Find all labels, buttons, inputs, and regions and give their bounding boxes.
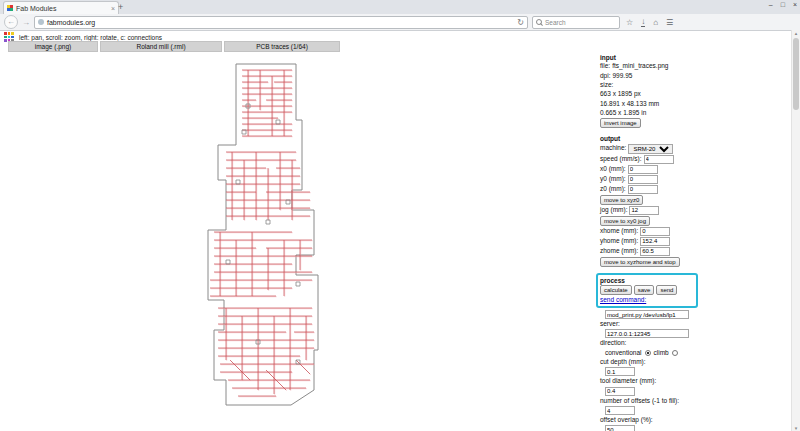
output-section-title: output: [600, 135, 712, 143]
file-value: fts_mini_traces.png: [612, 62, 668, 70]
tool-diameter-label: tool diameter (mm):: [600, 377, 656, 385]
scroll-up-arrow[interactable]: ▴: [792, 30, 800, 36]
close-button[interactable]: ×: [793, 1, 797, 8]
browser-nav-bar: ← → fabmodules.org ↻ Search ☆ ↓ ⌂ ☰: [0, 14, 800, 31]
send-button[interactable]: send: [656, 285, 677, 295]
pcb-canvas[interactable]: [196, 60, 346, 410]
tool-diameter-input[interactable]: [605, 387, 635, 396]
offset-overlap-label: offset overlap (%):: [600, 416, 653, 424]
offsets-label: number of offsets (-1 to fill):: [600, 397, 679, 405]
search-icon: [536, 19, 542, 25]
scroll-down-arrow[interactable]: ▾: [792, 425, 800, 431]
machine-select[interactable]: SRM-20: [628, 144, 673, 154]
pcb-traces-image: [196, 60, 346, 410]
process-type-menu[interactable]: PCB traces (1/64): [224, 41, 340, 52]
move-to-xyz0-button[interactable]: move to xyz0: [600, 195, 643, 205]
tab-close-icon[interactable]: ×: [111, 5, 115, 12]
site-favicon: [7, 5, 13, 11]
y0-input[interactable]: [628, 175, 658, 184]
browser-tab[interactable]: Fab Modules ×: [3, 1, 119, 14]
x0-label: x0 (mm):: [600, 165, 626, 173]
browser-tab-bar: Fab Modules × + – □ ×: [0, 0, 800, 15]
minimize-button[interactable]: –: [769, 1, 773, 8]
machine-label: machine:: [600, 144, 626, 152]
x0-input[interactable]: [628, 165, 658, 174]
speed-label: speed (mm/s):: [600, 155, 642, 163]
cut-depth-label: cut depth (mm):: [600, 358, 646, 366]
download-icon[interactable]: ↓: [641, 18, 645, 27]
new-tab-button[interactable]: +: [118, 2, 123, 12]
input-section-title: input: [600, 54, 712, 62]
page-scrollbar[interactable]: ▴ ▾: [791, 30, 800, 431]
file-label: file:: [600, 62, 610, 70]
size-in-value: 0.665 x 1.895 in: [600, 109, 646, 117]
size-mm-value: 16.891 x 48.133 mm: [600, 100, 659, 108]
zhome-input[interactable]: [640, 247, 670, 256]
input-format-menu[interactable]: image (.png): [8, 41, 98, 52]
scrollbar-thumb[interactable]: [793, 38, 799, 110]
bookmark-star-icon[interactable]: ☆: [626, 18, 633, 27]
dpi-value: 999.95: [612, 72, 632, 80]
jog-input[interactable]: [629, 206, 659, 215]
server-label: server:: [600, 320, 620, 328]
tab-title: Fab Modules: [16, 5, 108, 12]
xhome-label: xhome (mm):: [600, 227, 638, 235]
direction-climb-label: climb: [654, 349, 669, 357]
process-annotation-box: process calculate save send send command…: [596, 273, 698, 309]
board-outline: [208, 64, 318, 405]
offsets-input[interactable]: [605, 406, 635, 415]
z0-input[interactable]: [628, 185, 658, 194]
send-command-input[interactable]: [605, 310, 689, 319]
offset-overlap-input[interactable]: [605, 425, 635, 431]
dpi-label: dpi:: [600, 72, 610, 80]
process-section: process calculate save send send command…: [600, 273, 712, 431]
maximize-button[interactable]: □: [781, 1, 785, 8]
process-section-title: process: [600, 277, 694, 285]
yhome-input[interactable]: [640, 237, 670, 246]
direction-conventional-label: conventional: [605, 349, 642, 357]
z0-label: z0 (mm):: [600, 185, 626, 193]
speed-input[interactable]: [644, 155, 674, 164]
y0-label: y0 (mm):: [600, 175, 626, 183]
save-button[interactable]: save: [634, 285, 655, 295]
cut-depth-input[interactable]: [605, 367, 635, 376]
window-controls: – □ ×: [769, 1, 797, 8]
yhome-label: yhome (mm):: [600, 237, 638, 245]
send-command-link[interactable]: send command:: [600, 296, 646, 304]
server-input[interactable]: [605, 329, 689, 338]
reload-icon[interactable]: ↻: [517, 18, 524, 27]
back-button[interactable]: ←: [4, 15, 18, 29]
page-icon: [38, 19, 44, 25]
direction-label: direction:: [600, 339, 626, 347]
search-bar[interactable]: Search: [532, 16, 620, 29]
output-format-menu[interactable]: Roland mill (.rml): [100, 41, 222, 52]
move-to-xy0-jog-button[interactable]: move to xy0 jog: [600, 216, 650, 226]
zhome-label: zhome (mm):: [600, 247, 638, 255]
url-bar[interactable]: fabmodules.org ↻: [34, 16, 528, 29]
calculate-button[interactable]: calculate: [600, 285, 632, 295]
canvas-hint-text: left: pan, scroll: zoom, right: rotate, …: [19, 34, 162, 41]
size-px-value: 663 x 1895 px: [600, 90, 641, 98]
search-placeholder[interactable]: Search: [545, 19, 566, 26]
jog-label: jog (mm):: [600, 206, 627, 214]
output-section: output machine: SRM-20 speed (mm/s): x0 …: [600, 135, 712, 266]
url-text[interactable]: fabmodules.org: [47, 19, 514, 26]
direction-climb-radio[interactable]: [672, 350, 678, 356]
menu-icon[interactable]: ☰: [666, 18, 673, 27]
size-label: size:: [600, 81, 613, 89]
invert-image-button[interactable]: invert image: [600, 118, 641, 128]
format-menu-row: image (.png) Roland mill (.rml) PCB trac…: [8, 41, 340, 52]
xhome-input[interactable]: [640, 227, 670, 236]
home-icon[interactable]: ⌂: [653, 18, 658, 27]
settings-panel: input file:fts_mini_traces.png dpi:999.9…: [600, 54, 712, 431]
input-section: input file:fts_mini_traces.png dpi:999.9…: [600, 54, 712, 128]
move-to-xyzhome-button[interactable]: move to xyzhome and stop: [600, 257, 680, 267]
direction-conventional-radio[interactable]: [645, 350, 651, 356]
forward-button[interactable]: →: [22, 18, 30, 27]
